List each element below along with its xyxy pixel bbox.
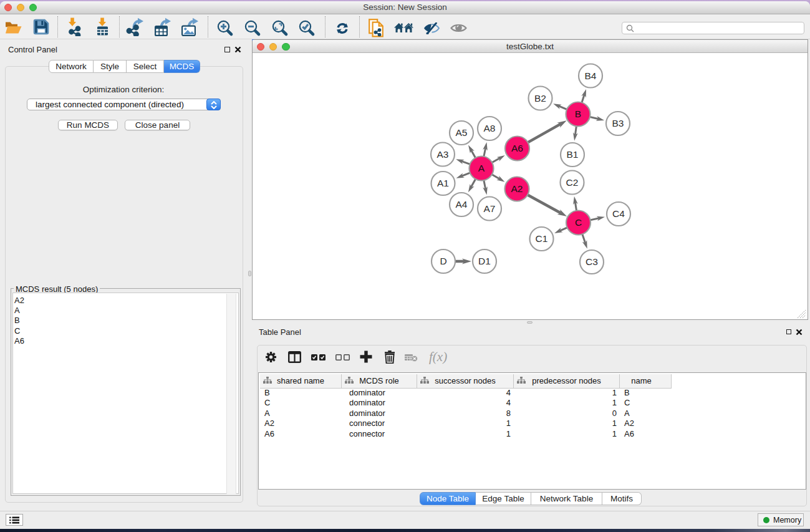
svg-text:A6: A6	[511, 143, 523, 153]
svg-text:B2: B2	[534, 92, 546, 103]
svg-text:D1: D1	[478, 256, 491, 266]
svg-text:A8: A8	[484, 123, 496, 133]
svg-text:A1: A1	[437, 178, 449, 188]
svg-text:B1: B1	[567, 149, 579, 160]
svg-text:C2: C2	[566, 177, 579, 187]
svg-text:A: A	[478, 163, 485, 173]
svg-text:A7: A7	[484, 203, 496, 213]
svg-text:A4: A4	[456, 199, 468, 210]
svg-text:C1: C1	[536, 233, 548, 244]
svg-text:A3: A3	[437, 148, 449, 159]
svg-text:C3: C3	[586, 256, 598, 267]
svg-text:C: C	[575, 217, 582, 228]
svg-text:D: D	[440, 256, 446, 266]
svg-text:B4: B4	[585, 70, 597, 80]
svg-text:B: B	[575, 109, 581, 119]
svg-text:B3: B3	[612, 118, 624, 128]
svg-text:A5: A5	[456, 127, 468, 138]
svg-text:A2: A2	[511, 183, 523, 194]
svg-text:C4: C4	[612, 208, 625, 219]
